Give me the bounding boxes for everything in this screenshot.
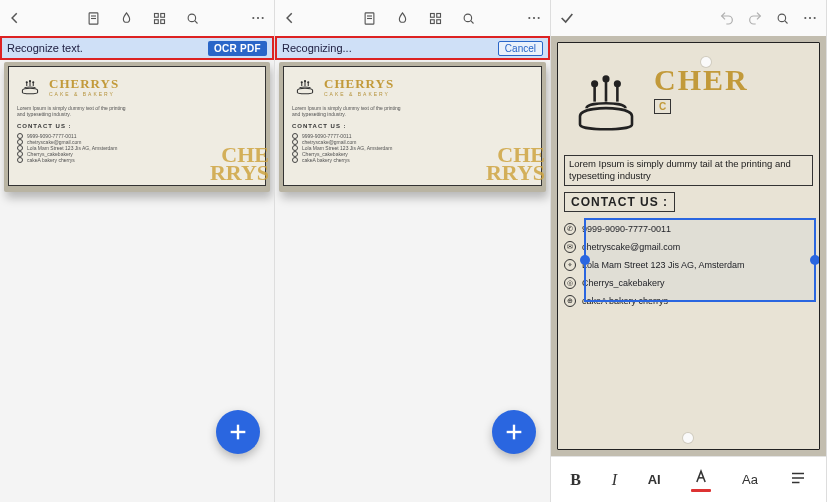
svg-point-43 <box>809 17 811 19</box>
page-icon[interactable] <box>362 11 377 26</box>
svg-point-47 <box>615 81 620 86</box>
brand-name: CHERRYS <box>49 76 119 92</box>
document-canvas[interactable]: CHERRYS CAKE & BAKERY Lorem Ipsum is sim… <box>0 60 274 502</box>
panel-editor: CHER C Lorem Ipsum is simply dummy tail … <box>551 0 827 502</box>
more-icon[interactable] <box>802 10 818 26</box>
svg-rect-6 <box>161 19 165 23</box>
social-icon: ◎ <box>564 277 576 289</box>
brand-tagline: CAKE & BAKERY <box>324 91 394 97</box>
topbar <box>551 0 826 36</box>
italic-button[interactable]: I <box>612 471 617 489</box>
svg-point-27 <box>464 14 472 22</box>
ink-icon[interactable] <box>395 11 410 26</box>
crop-handle[interactable] <box>701 57 711 67</box>
ai-button[interactable]: AI <box>648 472 661 487</box>
search-icon[interactable] <box>461 11 476 26</box>
ink-icon[interactable] <box>119 11 134 26</box>
svg-point-30 <box>533 17 535 19</box>
card-lorem: Lorem Ipsum is simply dummy text of the … <box>17 105 127 117</box>
svg-point-33 <box>304 81 305 82</box>
svg-point-11 <box>262 17 264 19</box>
business-card: CHERRYS CAKE & BAKERY Lorem Ipsum is sim… <box>283 66 542 186</box>
contact-heading[interactable]: CONTACT US : <box>564 192 675 212</box>
svg-point-7 <box>188 14 196 22</box>
cake-logo-icon <box>17 73 43 99</box>
ocr-status-bar: Recognize text. OCR PDF <box>0 36 274 60</box>
page-icon[interactable] <box>86 11 101 26</box>
document-canvas[interactable]: CHERRYS CAKE & BAKERY Lorem Ipsum is sim… <box>275 60 550 502</box>
ocr-pdf-button[interactable]: OCR PDF <box>208 41 267 56</box>
location-icon: ⌖ <box>564 259 576 271</box>
topbar <box>0 0 274 36</box>
more-icon[interactable] <box>526 10 542 26</box>
editor-canvas[interactable]: CHER C Lorem Ipsum is simply dummy tail … <box>551 36 826 456</box>
svg-point-13 <box>29 81 30 82</box>
svg-rect-26 <box>436 19 440 23</box>
crop-handle[interactable] <box>683 433 693 443</box>
contact-list: ✆9999-9090-7777-0011 ✉chetryscake@gmail.… <box>564 220 813 310</box>
cake-logo-icon <box>292 73 318 99</box>
svg-point-32 <box>301 82 302 83</box>
ocr-status-text: Recognize text. <box>7 42 83 54</box>
mail-icon: ✉ <box>564 241 576 253</box>
back-icon[interactable] <box>8 11 22 25</box>
undo-icon[interactable] <box>719 10 735 26</box>
business-card: CHERRYS CAKE & BAKERY Lorem Ipsum is sim… <box>8 66 266 186</box>
svg-rect-4 <box>161 13 165 17</box>
search-icon[interactable] <box>185 11 200 26</box>
web-icon: ⊕ <box>564 295 576 307</box>
contact-heading: CONTACT US : <box>17 123 257 129</box>
svg-rect-25 <box>430 19 434 23</box>
phone-icon: ✆ <box>564 223 576 235</box>
text-selection[interactable] <box>584 218 816 302</box>
svg-point-9 <box>252 17 254 19</box>
font-size-button[interactable]: Aa <box>742 472 758 487</box>
panel-recognizing: Recognizing... Cancel CHERRYS CAKE & BAK… <box>275 0 551 502</box>
svg-point-12 <box>26 82 27 83</box>
search-icon[interactable] <box>775 11 790 26</box>
svg-line-8 <box>195 20 198 23</box>
card-lorem: Lorem Ipsum is simply dummy text of the … <box>292 105 402 117</box>
brand-name: CHERRYS <box>324 76 394 92</box>
svg-point-31 <box>538 17 540 19</box>
svg-point-46 <box>604 77 609 82</box>
font-color-button[interactable] <box>691 467 711 492</box>
business-card-zoom: CHER C Lorem Ipsum is simply dummy tail … <box>557 42 820 450</box>
brand-watermark: CHE RRYS <box>210 146 269 183</box>
brand-sub-box: C <box>654 99 671 114</box>
confirm-icon[interactable] <box>559 10 575 26</box>
align-button[interactable] <box>789 469 807 491</box>
svg-rect-5 <box>155 19 159 23</box>
svg-point-42 <box>804 17 806 19</box>
add-fab[interactable] <box>492 410 536 454</box>
svg-point-29 <box>528 17 530 19</box>
grid-icon[interactable] <box>428 11 443 26</box>
contact-heading: CONTACT US : <box>292 123 533 129</box>
svg-point-10 <box>257 17 259 19</box>
svg-point-44 <box>814 17 816 19</box>
brand-watermark: CHE RRYS <box>486 146 545 183</box>
ocr-status-text: Recognizing... <box>282 42 352 54</box>
cancel-button[interactable]: Cancel <box>498 41 543 56</box>
bold-button[interactable]: B <box>570 471 581 489</box>
panel-before-ocr: Recognize text. OCR PDF CHERRYS CAKE & B… <box>0 0 275 502</box>
svg-line-28 <box>470 20 473 23</box>
svg-rect-3 <box>155 13 159 17</box>
svg-line-41 <box>785 20 788 23</box>
svg-point-14 <box>33 82 34 83</box>
brand-tagline: CAKE & BAKERY <box>49 91 119 97</box>
more-icon[interactable] <box>250 10 266 26</box>
back-icon[interactable] <box>283 11 297 25</box>
redo-icon[interactable] <box>747 10 763 26</box>
svg-point-40 <box>778 14 786 22</box>
svg-rect-23 <box>430 13 434 17</box>
ocr-text-block[interactable]: Lorem Ipsum is simply dummy tail at the … <box>564 155 813 186</box>
svg-point-34 <box>308 82 309 83</box>
grid-icon[interactable] <box>152 11 167 26</box>
svg-point-45 <box>592 81 597 86</box>
ocr-status-bar: Recognizing... Cancel <box>275 36 550 60</box>
add-fab[interactable] <box>216 410 260 454</box>
topbar <box>275 0 550 36</box>
svg-rect-24 <box>436 13 440 17</box>
cake-logo-icon <box>566 61 646 139</box>
